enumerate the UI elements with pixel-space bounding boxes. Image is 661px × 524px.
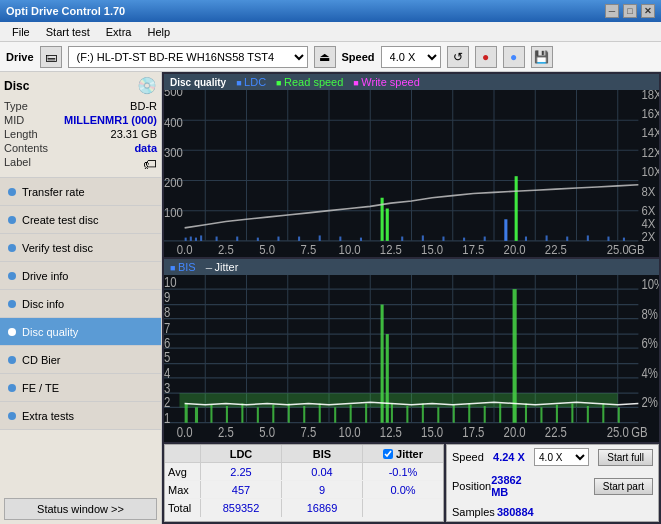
blue-button[interactable]: ● — [503, 46, 525, 68]
col-header-bis: BIS — [282, 445, 363, 462]
drivebar: Drive 🖴 (F:) HL-DT-ST BD-RE WH16NS58 TST… — [0, 42, 661, 72]
nav-verify-test-disc[interactable]: Verify test disc — [0, 234, 161, 262]
nav-extra-tests[interactable]: Extra tests — [0, 402, 161, 430]
svg-rect-109 — [195, 407, 198, 422]
eject-button[interactable]: ⏏ — [314, 46, 336, 68]
svg-text:2X: 2X — [641, 230, 655, 243]
svg-text:12X: 12X — [641, 146, 659, 159]
svg-text:500: 500 — [164, 90, 183, 99]
svg-rect-122 — [386, 334, 389, 423]
svg-rect-130 — [499, 403, 501, 422]
svg-rect-69 — [623, 238, 625, 241]
nav-label: Disc info — [22, 298, 64, 310]
nav-dot — [8, 272, 16, 280]
row-label-total: Total — [165, 499, 201, 517]
speed-select[interactable]: 4.0 X — [381, 46, 441, 68]
svg-rect-111 — [226, 406, 228, 423]
disc-quality-chart: Disc quality ■ LDC ■ Read speed ■ Write … — [164, 74, 659, 257]
svg-rect-61 — [484, 237, 486, 241]
svg-rect-47 — [216, 237, 218, 241]
svg-rect-64 — [525, 237, 527, 241]
titlebar: Opti Drive Control 1.70 ─ □ ✕ — [0, 0, 661, 22]
minimize-button[interactable]: ─ — [605, 4, 619, 18]
drive-select[interactable]: (F:) HL-DT-ST BD-RE WH16NS58 TST4 — [68, 46, 308, 68]
nav-label: Transfer rate — [22, 186, 85, 198]
svg-text:12.5: 12.5 — [380, 243, 402, 256]
svg-rect-108 — [185, 403, 188, 422]
legend-write: ■ Write speed — [353, 76, 419, 88]
nav-transfer-rate[interactable]: Transfer rate — [0, 178, 161, 206]
save-button[interactable]: 💾 — [531, 46, 553, 68]
legend-jitter: ─ Jitter — [206, 261, 239, 273]
svg-text:10X: 10X — [641, 165, 659, 178]
svg-rect-123 — [391, 403, 393, 422]
menu-extra[interactable]: Extra — [98, 24, 140, 40]
svg-rect-134 — [556, 405, 558, 423]
nav-create-test-disc[interactable]: Create test disc — [0, 206, 161, 234]
col-header-ldc: LDC — [201, 445, 282, 462]
nav-dot — [8, 216, 16, 224]
chart2-area: 10 9 8 7 6 5 4 3 2 1 10% 8% 6% 4% 2% — [164, 275, 659, 442]
speed-label: Speed — [342, 51, 375, 63]
svg-rect-138 — [618, 407, 620, 422]
start-part-button[interactable]: Start part — [594, 478, 653, 495]
menu-file[interactable]: File — [4, 24, 38, 40]
svg-text:20.0: 20.0 — [504, 424, 526, 441]
nav-cd-bier[interactable]: CD Bier — [0, 346, 161, 374]
svg-rect-136 — [587, 406, 589, 423]
svg-text:22.5: 22.5 — [545, 243, 567, 256]
nav-dot — [8, 300, 16, 308]
svg-text:8: 8 — [164, 304, 170, 321]
svg-text:2: 2 — [164, 394, 170, 411]
svg-rect-44 — [190, 237, 192, 241]
status-window-button[interactable]: Status window >> — [4, 498, 157, 520]
refresh-button[interactable]: ↺ — [447, 46, 469, 68]
red-button[interactable]: ● — [475, 46, 497, 68]
row-label-max: Max — [165, 481, 201, 498]
svg-text:6X: 6X — [641, 204, 655, 217]
speed-label: Speed — [452, 451, 484, 463]
svg-rect-65 — [546, 235, 548, 240]
nav-label: Verify test disc — [22, 242, 93, 254]
svg-rect-116 — [303, 406, 305, 423]
svg-text:10.0: 10.0 — [339, 243, 361, 256]
svg-rect-55 — [339, 237, 341, 241]
svg-rect-110 — [210, 405, 212, 423]
close-button[interactable]: ✕ — [641, 4, 655, 18]
start-full-button[interactable]: Start full — [598, 449, 653, 466]
svg-text:10%: 10% — [641, 276, 659, 293]
svg-text:5.0: 5.0 — [259, 243, 275, 256]
svg-rect-112 — [241, 403, 243, 422]
stats-info-panel: Speed 4.24 X 4.0 X Start full Position 2… — [446, 444, 659, 522]
disc-icon: 💿 — [137, 76, 157, 95]
jitter-checkbox[interactable] — [383, 449, 393, 459]
svg-rect-54 — [319, 235, 321, 240]
legend-bis: ■ BIS — [170, 261, 196, 273]
svg-text:7: 7 — [164, 320, 170, 337]
nav-drive-info[interactable]: Drive info — [0, 262, 161, 290]
svg-text:GB: GB — [631, 424, 647, 441]
nav-disc-quality[interactable]: Disc quality — [0, 318, 161, 346]
stats-table: LDC BIS Jitter Avg 2.25 0.04 -0.1% Max — [164, 444, 444, 522]
svg-text:7.5: 7.5 — [300, 243, 316, 256]
nav-fe-te[interactable]: FE / TE — [0, 374, 161, 402]
svg-rect-137 — [602, 403, 604, 422]
svg-text:200: 200 — [164, 176, 183, 189]
nav-label: Extra tests — [22, 410, 74, 422]
main-layout: Disc 💿 Type BD-R MID MILLENMR1 (000) Len… — [0, 72, 661, 524]
speed-dropdown[interactable]: 4.0 X — [534, 448, 589, 466]
menu-start-test[interactable]: Start test — [38, 24, 98, 40]
svg-text:400: 400 — [164, 115, 183, 128]
max-ldc: 457 — [201, 481, 282, 498]
menu-help[interactable]: Help — [139, 24, 178, 40]
col-header-jitter: Jitter — [363, 445, 443, 462]
maximize-button[interactable]: □ — [623, 4, 637, 18]
svg-text:22.5: 22.5 — [545, 424, 567, 441]
disc-quality-title: Disc quality — [170, 77, 226, 88]
nav-disc-info[interactable]: Disc info — [0, 290, 161, 318]
nav-label: Drive info — [22, 270, 68, 282]
svg-text:18X: 18X — [641, 90, 659, 101]
svg-rect-53 — [298, 237, 300, 241]
svg-text:17.5: 17.5 — [462, 243, 484, 256]
nav-dot — [8, 384, 16, 392]
